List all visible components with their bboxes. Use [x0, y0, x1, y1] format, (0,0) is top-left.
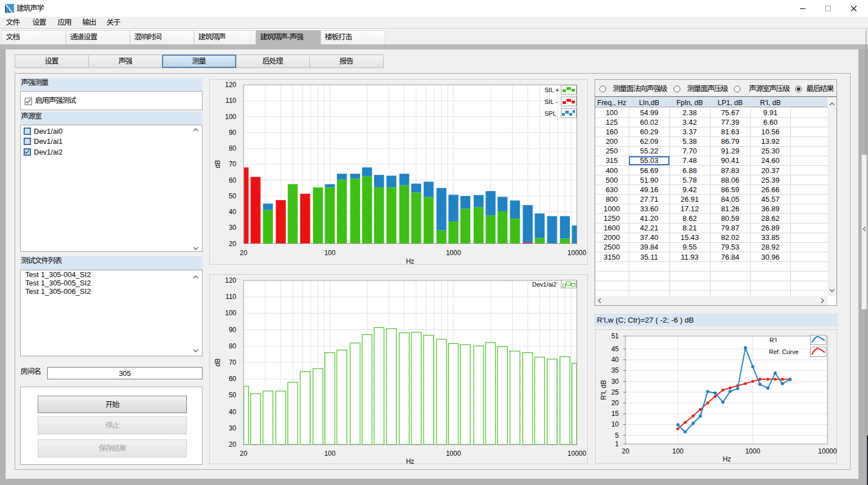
- svg-text:SIL -: SIL -: [545, 98, 557, 105]
- svg-text:110: 110: [226, 293, 236, 301]
- svg-text:80: 80: [229, 144, 237, 152]
- svg-text:30: 30: [229, 424, 237, 432]
- svg-text:1000: 1000: [446, 249, 461, 257]
- svg-text:50: 50: [229, 192, 237, 200]
- svg-text:20: 20: [229, 240, 237, 248]
- svg-text:25: 25: [611, 388, 619, 396]
- svg-text:90: 90: [229, 326, 237, 334]
- svg-text:1000: 1000: [745, 447, 761, 455]
- svg-text:20: 20: [611, 399, 619, 407]
- svg-text:Hz: Hz: [406, 457, 415, 464]
- svg-text:35: 35: [611, 366, 619, 374]
- svg-text:20: 20: [622, 447, 629, 455]
- svg-text:50: 50: [229, 391, 237, 399]
- svg-text:5: 5: [615, 432, 619, 439]
- svg-text:100: 100: [225, 113, 236, 121]
- svg-text:120: 120: [225, 277, 236, 284]
- svg-text:60: 60: [229, 375, 237, 383]
- svg-text:60: 60: [229, 176, 237, 184]
- svg-text:Hz: Hz: [406, 257, 415, 265]
- svg-text:51: 51: [611, 332, 619, 340]
- svg-text:70: 70: [229, 160, 237, 168]
- svg-text:80: 80: [229, 342, 237, 350]
- svg-text:R'I: R'I: [770, 337, 777, 343]
- svg-text:SIL +: SIL +: [545, 87, 559, 93]
- svg-text:Dev1/ai2: Dev1/ai2: [532, 281, 556, 288]
- svg-text:100: 100: [672, 447, 683, 455]
- svg-text:110: 110: [226, 97, 236, 105]
- svg-text:R'I, dB: R'I, dB: [600, 380, 608, 400]
- svg-text:20: 20: [240, 450, 248, 457]
- svg-text:1: 1: [615, 440, 619, 448]
- svg-text:10: 10: [611, 420, 619, 428]
- svg-text:15: 15: [611, 410, 619, 418]
- svg-text:20: 20: [229, 441, 237, 448]
- svg-text:45: 45: [611, 345, 619, 353]
- svg-text:70: 70: [229, 359, 237, 366]
- svg-text:dB: dB: [214, 160, 222, 169]
- svg-text:100: 100: [324, 249, 335, 257]
- svg-text:40: 40: [229, 408, 237, 416]
- svg-text:20: 20: [240, 249, 248, 257]
- svg-text:30: 30: [229, 224, 237, 232]
- svg-text:120: 120: [225, 81, 236, 89]
- svg-text:1000: 1000: [446, 450, 461, 457]
- svg-text:10000: 10000: [568, 450, 587, 457]
- svg-text:100: 100: [225, 309, 236, 317]
- svg-text:Hz: Hz: [723, 455, 731, 463]
- svg-text:40: 40: [611, 356, 619, 364]
- svg-text:90: 90: [229, 129, 237, 137]
- svg-text:dB: dB: [214, 359, 222, 367]
- svg-text:100: 100: [324, 450, 335, 457]
- svg-text:Ref. Curve: Ref. Curve: [769, 348, 799, 355]
- svg-text:10000: 10000: [818, 447, 837, 455]
- svg-text:SPL: SPL: [545, 110, 556, 117]
- svg-text:10000: 10000: [568, 249, 587, 257]
- svg-text:30: 30: [611, 378, 619, 386]
- svg-text:40: 40: [229, 208, 237, 216]
